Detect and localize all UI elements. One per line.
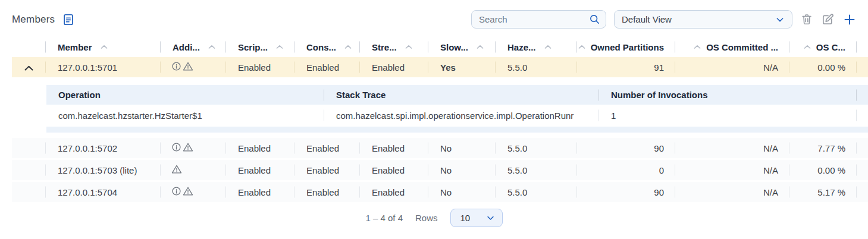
row-filler: [857, 138, 868, 158]
table-row[interactable]: 127.0.0.1:5701 Enabled Enabled Enabled Y…: [12, 57, 868, 77]
os-cpu-cell: 7.77 %: [789, 138, 857, 158]
version-cell: 5.5.0: [496, 182, 577, 202]
subcolumn-header-stack-trace: Stack Trace: [324, 85, 599, 105]
operation-cell: com.hazelcast.hzstarter.HzStarter$1: [46, 105, 324, 126]
status-icons-cell: [161, 57, 226, 77]
scripting-cell: Enabled: [226, 160, 294, 180]
owned-partitions-cell: 91: [577, 57, 675, 77]
warning-icon[interactable]: [183, 142, 193, 154]
subrow-filler: [857, 105, 868, 126]
console-cell: Enabled: [294, 138, 360, 158]
column-header-os-cpu[interactable]: OS C...: [789, 37, 857, 57]
slow-operations-subtable: Operation Stack Trace Number of Invocati…: [46, 85, 868, 133]
collapse-row-button[interactable]: [12, 57, 46, 77]
subcolumn-header-operation: Operation: [46, 85, 324, 105]
expander-column-header: [12, 37, 46, 57]
sort-caret-icon: [276, 45, 283, 49]
slow-operations-cell: No: [428, 160, 496, 180]
slow-operations-cell: No: [428, 182, 496, 202]
table-row[interactable]: 127.0.0.1:5702 Enabled Enabled Enabled N…: [12, 138, 868, 158]
warning-icon[interactable]: [183, 61, 193, 73]
chevron-up-icon: [24, 62, 33, 73]
header-filler: [857, 37, 868, 57]
subtable-row: com.hazelcast.hzstarter.HzStarter$1 com.…: [46, 105, 868, 126]
invocations-cell: 1: [599, 105, 857, 126]
search-icon: [589, 14, 600, 27]
console-cell: Enabled: [294, 160, 360, 180]
info-icon[interactable]: [171, 186, 181, 198]
warning-icon[interactable]: [171, 164, 182, 176]
column-header-owned-partitions[interactable]: Owned Partitions: [577, 37, 675, 57]
scripting-cell: Enabled: [226, 138, 294, 158]
pagination-range: 1 – 4 of 4: [365, 213, 403, 223]
member-address: 127.0.0.1:5701: [46, 57, 161, 77]
streaming-cell: Enabled: [360, 138, 428, 158]
row-filler: [857, 57, 868, 77]
sort-caret-icon: [578, 45, 585, 49]
subcolumn-header-invocations: Number of Invocations: [599, 85, 857, 105]
column-header-slow-operations[interactable]: Slow...: [428, 37, 496, 57]
streaming-cell: Enabled: [360, 182, 428, 202]
plus-icon: [842, 20, 857, 29]
info-icon[interactable]: [171, 142, 181, 154]
trash-icon: [800, 19, 813, 28]
rows-per-page-select[interactable]: 10: [450, 209, 503, 227]
expand-row-button[interactable]: [12, 182, 46, 202]
os-cpu-cell: 5.17 %: [789, 182, 857, 202]
console-cell: Enabled: [294, 182, 360, 202]
view-select-value: Default View: [622, 14, 672, 24]
table-row[interactable]: 127.0.0.1:5704 Enabled Enabled Enabled N…: [12, 182, 868, 202]
column-header-streaming[interactable]: Stre...: [360, 37, 428, 57]
rows-per-page-value: 10: [460, 213, 471, 223]
column-header-additional[interactable]: Addi...: [161, 37, 226, 57]
os-committed-cell: N/A: [675, 160, 789, 180]
subtable-footer-strip: [46, 127, 868, 133]
search-input[interactable]: [471, 10, 606, 29]
os-committed-cell: N/A: [675, 182, 789, 202]
sort-caret-icon: [694, 45, 701, 49]
expand-row-button[interactable]: [12, 160, 46, 180]
status-icons-cell: [161, 182, 226, 202]
pagination: 1 – 4 of 4 Rows 10: [0, 209, 868, 227]
add-view-button[interactable]: [842, 12, 857, 27]
table-header: Member Addi... Scrip... Cons... Stre... …: [12, 37, 868, 57]
table-row[interactable]: 127.0.0.1:5703 (lite) Enabled Enabled En…: [12, 160, 868, 180]
column-header-version[interactable]: Haze...: [496, 37, 577, 57]
column-header-member[interactable]: Member: [46, 37, 161, 57]
sort-caret-icon: [101, 45, 108, 49]
streaming-cell: Enabled: [360, 160, 428, 180]
scripting-cell: Enabled: [226, 57, 294, 77]
edit-view-button[interactable]: [821, 12, 835, 26]
sort-caret-icon: [544, 45, 551, 49]
expand-row-button[interactable]: [12, 138, 46, 158]
member-address: 127.0.0.1:5704: [46, 182, 161, 202]
column-header-scripting[interactable]: Scrip...: [226, 37, 294, 57]
member-address: 127.0.0.1:5702: [46, 138, 161, 158]
os-cpu-cell: 0.00 %: [789, 160, 857, 180]
status-icons-cell: [161, 160, 226, 180]
subheader-filler: [857, 85, 868, 105]
stack-trace-cell: com.hazelcast.spi.impl.operationservice.…: [324, 105, 599, 126]
search-box: [471, 10, 606, 29]
os-cpu-cell: 0.00 %: [789, 57, 857, 77]
slow-operations-cell: No: [428, 138, 496, 158]
info-icon[interactable]: [171, 61, 181, 73]
os-committed-cell: N/A: [675, 138, 789, 158]
column-header-console[interactable]: Cons...: [294, 37, 360, 57]
toolbar: Members Default View: [0, 0, 868, 29]
version-cell: 5.5.0: [496, 57, 577, 77]
sort-caret-icon: [344, 45, 352, 49]
owned-partitions-cell: 90: [577, 182, 675, 202]
members-table: Member Addi... Scrip... Cons... Stre... …: [12, 37, 868, 202]
warning-icon[interactable]: [183, 186, 193, 198]
os-committed-cell: N/A: [675, 57, 789, 77]
delete-view-button[interactable]: [800, 12, 813, 26]
document-icon[interactable]: [62, 13, 75, 26]
column-header-os-committed[interactable]: OS Committed ...: [675, 37, 789, 57]
row-filler: [857, 160, 868, 180]
console-cell: Enabled: [294, 57, 360, 77]
sort-caret-icon: [208, 45, 215, 49]
view-select[interactable]: Default View: [614, 10, 792, 29]
chevron-down-icon: [775, 15, 785, 24]
rows-per-page-label: Rows: [415, 213, 438, 223]
